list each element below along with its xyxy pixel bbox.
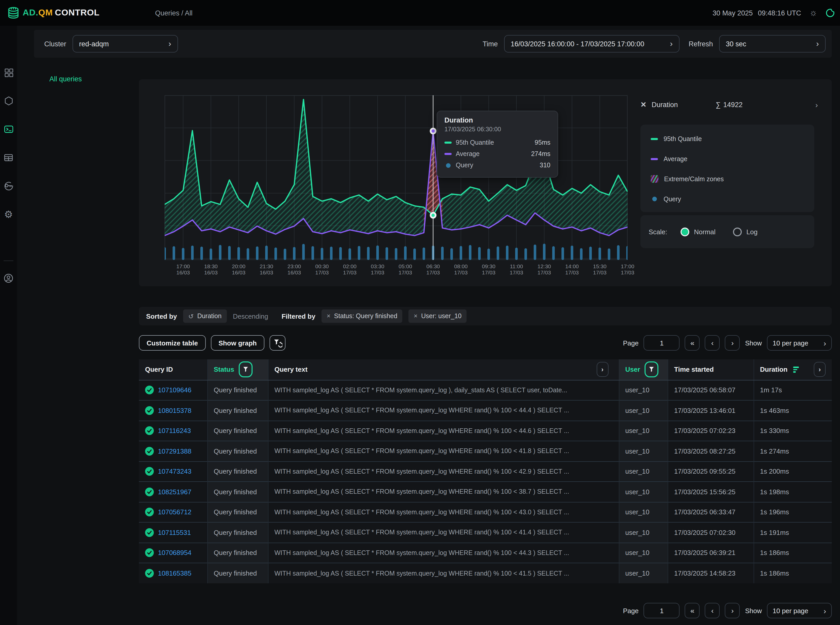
first-page-button[interactable]: « bbox=[685, 603, 700, 618]
prev-page-button[interactable]: ‹ bbox=[705, 603, 720, 618]
query-id-link[interactable]: 107109646 bbox=[158, 386, 191, 394]
query-id-link[interactable]: 107116243 bbox=[158, 427, 191, 435]
scale-log-label[interactable]: Log bbox=[746, 228, 758, 236]
status-filter-button[interactable] bbox=[239, 362, 253, 378]
chart-legend-panel: ✕ Duration ∑14922 › 95th QuantileAverage… bbox=[638, 79, 823, 286]
sidebar-item-dashboard[interactable] bbox=[3, 67, 14, 78]
sidebar-item-queries[interactable] bbox=[3, 124, 14, 135]
query-id-link[interactable]: 107068954 bbox=[158, 549, 191, 557]
query-id-link[interactable]: 108165385 bbox=[158, 569, 191, 577]
sort-order: Descending bbox=[233, 312, 268, 320]
chevron-right-icon: › bbox=[163, 39, 171, 48]
page-input[interactable] bbox=[644, 335, 680, 351]
query-text-cell: WITH sampled_log AS ( SELECT * FROM syst… bbox=[268, 441, 619, 461]
col-header-query-id[interactable]: Query ID bbox=[139, 359, 207, 380]
query-text-cell: WITH sampled_log AS ( SELECT * FROM syst… bbox=[268, 482, 619, 502]
legend-item[interactable]: Average bbox=[651, 155, 814, 163]
moon-icon[interactable] bbox=[826, 8, 835, 17]
legend-item[interactable]: Extreme/Calm zones bbox=[651, 175, 814, 183]
expand-column-button[interactable]: › bbox=[814, 362, 826, 377]
sidebar-item-settings[interactable]: ⚙ bbox=[3, 208, 14, 220]
user-cell: user_10 bbox=[619, 400, 668, 421]
show-label: Show bbox=[745, 607, 762, 614]
hatch-swatch bbox=[651, 175, 659, 183]
x-axis-tick: 11:0017/03 bbox=[510, 263, 523, 275]
status-finished-icon bbox=[145, 528, 154, 537]
query-text-cell: WITH sampled_log AS ( SELECT * FROM syst… bbox=[268, 522, 619, 543]
reset-filters-button[interactable] bbox=[270, 335, 285, 351]
col-header-status[interactable]: Status bbox=[207, 359, 268, 380]
query-id-link[interactable]: 107115531 bbox=[158, 529, 191, 536]
table-row: 108251967Query finishedWITH sampled_log … bbox=[139, 482, 832, 502]
filter-reset-icon bbox=[273, 338, 282, 348]
time-label: Time bbox=[482, 40, 497, 48]
query-id-link[interactable]: 108015378 bbox=[158, 407, 191, 414]
per-page-select[interactable]: 10 per page› bbox=[767, 335, 832, 351]
user-cell: user_10 bbox=[619, 461, 668, 482]
scale-normal-label[interactable]: Normal bbox=[694, 228, 716, 236]
tooltip-row: Query310 bbox=[445, 160, 550, 171]
first-page-button[interactable]: « bbox=[685, 335, 700, 351]
query-id-link[interactable]: 107056712 bbox=[158, 508, 191, 516]
breadcrumb[interactable]: Queries / All bbox=[155, 9, 193, 17]
remove-filter-icon[interactable]: × bbox=[327, 312, 330, 320]
per-page-select[interactable]: 10 per page› bbox=[767, 603, 832, 618]
sidebar-item-access-keys[interactable] bbox=[3, 180, 14, 191]
legend-item[interactable]: Query bbox=[651, 195, 814, 203]
col-header-time-started[interactable]: Time started bbox=[668, 359, 753, 380]
sidebar-item-cluster[interactable] bbox=[3, 95, 14, 107]
prev-page-button[interactable]: ‹ bbox=[705, 335, 720, 351]
sun-icon[interactable]: ☼ bbox=[809, 8, 817, 18]
legend-item[interactable]: 95th Quantile bbox=[651, 135, 814, 143]
terminal-icon bbox=[3, 124, 14, 134]
close-icon[interactable]: ✕ bbox=[640, 100, 646, 109]
dashboard-grid-icon bbox=[3, 67, 14, 78]
logo-text: AD.QMCONTROL bbox=[23, 8, 99, 18]
user-filter-button[interactable] bbox=[645, 362, 659, 378]
status-cell: Query finished bbox=[207, 400, 268, 421]
scale-log-radio[interactable] bbox=[733, 227, 742, 236]
next-page-button[interactable]: › bbox=[725, 335, 740, 351]
query-id-link[interactable]: 108251967 bbox=[158, 488, 191, 496]
user-cell: user_10 bbox=[619, 441, 668, 461]
filter-chip[interactable]: ×Status: Query finished bbox=[321, 309, 403, 323]
expand-column-button[interactable]: › bbox=[597, 362, 608, 377]
customize-table-button[interactable]: Customize table bbox=[139, 335, 206, 351]
next-page-button[interactable]: › bbox=[725, 603, 740, 618]
status-finished-icon bbox=[145, 426, 154, 435]
cluster-select[interactable]: red-adqm› bbox=[73, 35, 178, 53]
col-header-user[interactable]: User bbox=[619, 359, 668, 380]
pagination-bottom: Page « ‹ › Show 10 per page› bbox=[623, 603, 832, 618]
sidebar-item-tables[interactable] bbox=[3, 152, 14, 163]
x-axis-tick: 03:3017/03 bbox=[371, 263, 384, 275]
duration-cell: 1s 200ms bbox=[753, 461, 832, 482]
filter-chip[interactable]: ×User: user_10 bbox=[409, 309, 467, 323]
status-cell: Query finished bbox=[207, 522, 268, 543]
table-row: 107068954Query finishedWITH sampled_log … bbox=[139, 543, 832, 563]
scale-normal-radio[interactable] bbox=[680, 227, 689, 236]
left-sidebar: ⚙ bbox=[0, 26, 17, 625]
refresh-interval-select[interactable]: 30 sec› bbox=[719, 35, 826, 53]
chevron-right-icon[interactable]: › bbox=[815, 100, 818, 109]
query-text-cell: WITH sampled_log AS ( SELECT * FROM syst… bbox=[268, 502, 619, 522]
sort-chip[interactable]: ↺Duration bbox=[183, 309, 226, 323]
query-text-cell: WITH sampled_log AS ( SELECT * FROM syst… bbox=[268, 380, 619, 400]
sort-descending-icon bbox=[793, 367, 799, 373]
x-axis-tick: 00:3017/03 bbox=[315, 263, 329, 275]
page-input[interactable] bbox=[644, 603, 680, 618]
user-cell: user_10 bbox=[619, 522, 668, 543]
remove-filter-icon[interactable]: × bbox=[414, 312, 418, 320]
show-graph-button[interactable]: Show graph bbox=[211, 335, 264, 351]
sidebar-item-account[interactable] bbox=[3, 272, 14, 284]
green-line-swatch bbox=[445, 141, 452, 144]
query-id-link[interactable]: 107291388 bbox=[158, 448, 191, 455]
query-id-link[interactable]: 107473243 bbox=[158, 468, 191, 476]
nav-all-queries[interactable]: All queries bbox=[50, 75, 82, 83]
col-header-query-text[interactable]: Query text › bbox=[268, 359, 619, 380]
status-finished-icon bbox=[145, 508, 154, 517]
status-cell: Query finished bbox=[207, 380, 268, 400]
time-range-select[interactable]: 16/03/2025 16:00:00 - 17/03/2025 17:00:0… bbox=[504, 35, 679, 53]
chevron-right-icon: › bbox=[811, 39, 819, 48]
col-header-duration[interactable]: Duration › bbox=[753, 359, 832, 380]
duration-chart[interactable]: Duration 17/03/2025 06:30:00 95th Quanti… bbox=[164, 95, 628, 260]
